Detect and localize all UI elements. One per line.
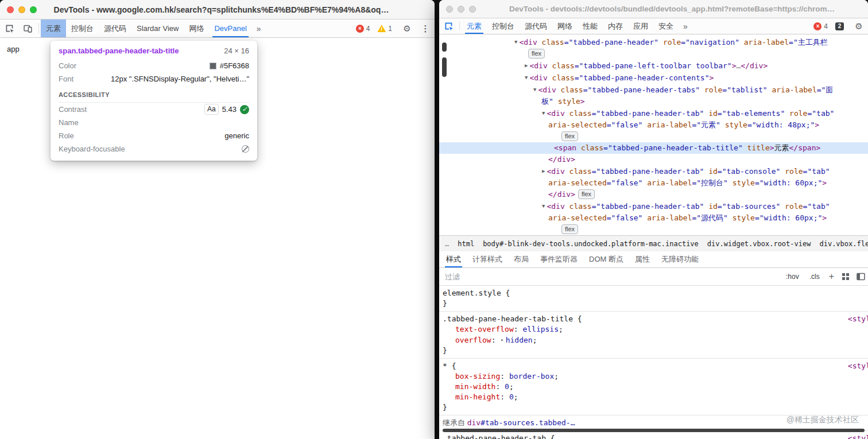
- tab-样式[interactable]: 样式: [440, 251, 467, 267]
- style-rule-line[interactable]: min-height: 0;: [439, 392, 868, 402]
- style-rule-line[interactable]: overflow: ▸hidden;: [439, 335, 868, 345]
- close-button[interactable]: [446, 6, 453, 13]
- close-button[interactable]: [7, 6, 14, 13]
- code-val: ="tab": [803, 202, 830, 211]
- font-value: 12px ".SFNSDisplay-Regular", "Helveti…": [111, 75, 249, 83]
- code-att: aria-label: [739, 38, 789, 46]
- tab-无障碍功能[interactable]: 无障碍功能: [656, 251, 704, 267]
- tab-Slardar View[interactable]: Slardar View: [131, 20, 184, 37]
- style-rule-line[interactable]: box-sizing: border-box;: [439, 371, 868, 382]
- element-classes-button[interactable]: .cls: [804, 273, 825, 281]
- zoom-button[interactable]: [469, 6, 476, 13]
- dom-tree-line[interactable]: </div>: [439, 154, 868, 165]
- dom-tree-line[interactable]: ▼<div class="tabbed-pane-header-tab" id=…: [439, 200, 868, 212]
- tab-性能[interactable]: 性能: [578, 18, 603, 34]
- code-att: class: [576, 143, 603, 152]
- style-rule-line[interactable]: .tabbed-pane-header-tab-title {<styl: [439, 314, 868, 324]
- dom-tree-line[interactable]: 板" style>: [439, 96, 868, 107]
- breadcrumb-item[interactable]: html: [458, 240, 474, 248]
- code-valc: 0: [505, 382, 509, 391]
- tab-网络[interactable]: 网络: [552, 18, 578, 34]
- dom-tree-line[interactable]: ▼<div class="tabbed-pane-header-contents…: [439, 72, 868, 84]
- dom-tree-line[interactable]: aria-selected="false" aria-label="元素" st…: [439, 119, 868, 131]
- code-ar: ▶: [525, 63, 528, 68]
- role-value: generic: [224, 131, 249, 140]
- device-toolbar-icon[interactable]: [18, 20, 37, 37]
- tab-应用[interactable]: 应用: [628, 18, 653, 34]
- style-rule-line[interactable]: text-overflow: ellipsis;: [439, 324, 868, 335]
- breadcrumb-item[interactable]: …: [445, 240, 449, 248]
- new-style-rule-button[interactable]: +: [825, 271, 838, 282]
- dom-tree-line[interactable]: flex: [439, 131, 868, 142]
- tab-计算样式[interactable]: 计算样式: [467, 251, 508, 267]
- elements-scrollbar-thumb[interactable]: [442, 57, 447, 77]
- tab-控制台[interactable]: 控制台: [66, 20, 99, 37]
- style-rule-line[interactable]: }: [439, 298, 868, 309]
- dom-tree-line[interactable]: ▶<div class="tabbed-pane-header-tab" id=…: [439, 165, 868, 177]
- tab-网络[interactable]: 网络: [184, 20, 209, 37]
- dom-tree-line[interactable]: ▼<div class="tabbed-pane-header" role="n…: [439, 36, 868, 48]
- error-badge[interactable]: 4: [813, 22, 828, 30]
- dom-tree-line[interactable]: flex: [439, 48, 868, 60]
- elements-scrollbar-thumb[interactable]: [442, 42, 447, 52]
- more-tabs-button[interactable]: »: [679, 18, 692, 34]
- error-badge[interactable]: 4: [356, 25, 370, 33]
- tab-DevPanel[interactable]: DevPanel: [209, 20, 251, 37]
- style-rule-line[interactable]: }: [439, 402, 868, 413]
- dom-tree-line[interactable]: ▼<div class="tabbed-pane-header-tabs" ro…: [439, 84, 868, 96]
- tab-源代码[interactable]: 源代码: [99, 20, 131, 37]
- code-val: ="width: 60px;": [755, 213, 822, 222]
- devtools-window-inspector: DevTools - devtools://devtools/bundled/d…: [439, 0, 868, 439]
- more-options-icon[interactable]: ⋮: [416, 20, 435, 37]
- minimize-button[interactable]: [18, 6, 25, 13]
- tab-元素[interactable]: 元素: [41, 20, 66, 37]
- inspect-element-icon[interactable]: [0, 20, 18, 37]
- tooltip-selector: span.tabbed-pane-header-tab-title: [59, 46, 179, 55]
- rule-separator: [439, 358, 868, 359]
- warning-badge[interactable]: 1: [377, 25, 392, 33]
- tab-元素[interactable]: 元素: [462, 18, 487, 34]
- panel-toggle-icon[interactable]: [853, 273, 868, 281]
- dom-tree-line[interactable]: aria-selected="false" aria-label="源代码" s…: [439, 212, 868, 224]
- grid-icon[interactable]: [838, 273, 853, 281]
- settings-gear-icon[interactable]: ⚙: [850, 18, 868, 34]
- tab-DOM 断点[interactable]: DOM 断点: [583, 251, 629, 267]
- dom-tree-line[interactable]: aria-selected="false" aria-label="控制台" s…: [439, 177, 868, 189]
- styles-horizontal-scrollbar[interactable]: [443, 429, 865, 432]
- code-val: ="tabbed-pane-header-tab": [592, 202, 704, 211]
- style-rule-line[interactable]: element.style {: [439, 288, 868, 298]
- style-rule-line[interactable]: * {<styl: [439, 361, 868, 371]
- dom-tree-line[interactable]: ▶<div class="tabbed-pane-left-toolbar to…: [439, 60, 868, 72]
- tab-源代码[interactable]: 源代码: [520, 18, 552, 34]
- code-tx: :: [500, 372, 509, 380]
- minimize-button[interactable]: [458, 6, 464, 13]
- tab-内存[interactable]: 内存: [603, 18, 628, 34]
- zoom-button[interactable]: [30, 6, 37, 13]
- code-tx: 元素: [774, 143, 789, 152]
- dom-tree-line[interactable]: <span class="tabbed-pane-header-tab-titl…: [439, 142, 868, 154]
- code-att: class: [548, 61, 575, 70]
- toggle-element-state-button[interactable]: :hov: [781, 273, 804, 281]
- more-tabs-button[interactable]: »: [252, 20, 266, 37]
- code-valc: hidden: [506, 336, 533, 344]
- dom-tree-line[interactable]: </div>flex: [439, 189, 868, 200]
- breadcrumb-item[interactable]: body#-blink-dev-tools.undocked.platform-…: [483, 240, 699, 248]
- contrast-label: Contrast: [59, 105, 87, 114]
- settings-gear-icon[interactable]: ⚙: [398, 20, 416, 37]
- issues-badge[interactable]: 2: [835, 22, 844, 30]
- breadcrumb-item[interactable]: div.widget.vbox.root-view: [707, 240, 811, 248]
- style-rule-line[interactable]: .tabbed-pane-header-tab {<styl: [439, 433, 868, 439]
- dom-tree-line[interactable]: ▼<div class="tabbed-pane-header-tab" id=…: [439, 107, 868, 119]
- inspect-element-icon[interactable]: [439, 18, 458, 34]
- watermark: @稀土掘金技术社区: [786, 414, 859, 425]
- tab-属性[interactable]: 属性: [629, 251, 656, 267]
- tab-布局[interactable]: 布局: [508, 251, 534, 267]
- style-rule-line[interactable]: }: [439, 345, 868, 356]
- style-rule-line[interactable]: min-width: 0;: [439, 382, 868, 392]
- dom-tree-line[interactable]: flex: [439, 224, 868, 235]
- tab-控制台[interactable]: 控制台: [487, 18, 520, 34]
- tab-安全[interactable]: 安全: [653, 18, 679, 34]
- styles-filter-input[interactable]: [439, 273, 777, 281]
- breadcrumb-item[interactable]: div.vbox.flex-a: [819, 240, 868, 248]
- tab-事件监听器[interactable]: 事件监听器: [534, 251, 583, 267]
